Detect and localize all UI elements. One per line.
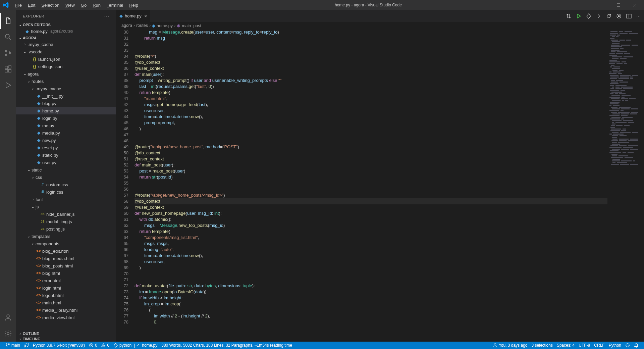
explorer-activity-icon[interactable]	[0, 13, 16, 29]
folder--vscode[interactable]: ⌄.vscode	[16, 48, 116, 55]
tab-home-py[interactable]: ◆ home.py ×	[116, 10, 151, 22]
breadcrumb-item[interactable]: ⊕main_post	[177, 23, 201, 28]
encoding-status[interactable]: UTF-8	[577, 343, 592, 348]
file-user-py[interactable]: ◆user.py	[16, 159, 116, 166]
file-blog-py[interactable]: ◆blog.py	[16, 100, 116, 107]
editor-tabs: ◆ home.py × ⋯	[116, 10, 644, 22]
workspace-section[interactable]: ⌄AGORA	[16, 35, 116, 41]
window-maximize-button[interactable]	[612, 0, 625, 10]
menu-selection[interactable]: Selection	[39, 1, 62, 9]
open-editors-section[interactable]: ⌄OPEN EDITORS	[16, 22, 116, 28]
file-media_library-html[interactable]: <>media_library.html	[16, 306, 116, 314]
python-env-status[interactable]: Python 3.8.7 64-bit ('venv38')	[31, 342, 87, 349]
file-hide_banner-js[interactable]: JShide_banner.js	[16, 210, 116, 218]
folder-css[interactable]: ⌄css	[16, 173, 116, 181]
breadcrumb-item[interactable]: agora	[121, 23, 132, 28]
run-file-icon[interactable]	[576, 13, 581, 19]
file-blog-html[interactable]: <>blog.html	[16, 269, 116, 277]
source-control-activity-icon[interactable]	[0, 45, 16, 61]
folder-components[interactable]: ›components	[16, 240, 116, 247]
file-login-py[interactable]: ◆login.py	[16, 114, 116, 122]
window-close-button[interactable]	[628, 0, 641, 10]
folder--mypy_cache[interactable]: ›.mypy_cache	[16, 41, 116, 48]
file-error-html[interactable]: <>error.html	[16, 277, 116, 284]
breadcrumb-item[interactable]: ◆home.py	[152, 23, 173, 28]
menu-help[interactable]: Help	[126, 1, 141, 9]
minimap[interactable]	[607, 29, 639, 342]
settings-activity-icon[interactable]	[0, 326, 16, 342]
more-actions-icon[interactable]: ⋯	[636, 13, 641, 18]
menu-run[interactable]: Run	[90, 1, 103, 9]
menu-terminal[interactable]: Terminal	[104, 1, 126, 9]
compare-changes-icon[interactable]	[566, 13, 571, 19]
file-blog_posts-html[interactable]: <>blog_posts.html	[16, 262, 116, 269]
tab-label: home.py	[125, 13, 142, 18]
file-media-py[interactable]: ◆media.py	[16, 129, 116, 137]
file-main-html[interactable]: <>main.html	[16, 299, 116, 306]
menu-view[interactable]: View	[63, 1, 77, 9]
notification-icon[interactable]	[632, 343, 641, 348]
split-editor-icon[interactable]	[626, 13, 632, 19]
svg-point-6	[5, 50, 7, 52]
file-modal_img-js[interactable]: JSmodal_img.js	[16, 218, 116, 225]
kite-status[interactable]: python | ✓ home.py	[111, 342, 159, 349]
toggle-icon[interactable]	[596, 13, 601, 19]
folder-templates[interactable]: ⌄templates	[16, 233, 116, 240]
preview-icon[interactable]	[616, 13, 622, 19]
file-media_view-html[interactable]: <>media_view.html	[16, 314, 116, 321]
outline-section[interactable]: ›OUTLINE	[16, 331, 116, 336]
selection-status[interactable]: 3 selections	[530, 343, 555, 348]
folder--mypy_cache[interactable]: ›.mypy_cache	[16, 85, 116, 92]
file-login-css[interactable]: #login.css	[16, 188, 116, 196]
refresh-icon[interactable]	[606, 13, 611, 19]
folder-static[interactable]: ⌄static	[16, 166, 116, 173]
code-editor[interactable]: 3031323334353637383940414243444546474849…	[116, 29, 644, 342]
file-home-py[interactable]: ◆home.py	[16, 107, 116, 114]
menu-file[interactable]: File	[12, 1, 24, 9]
account-activity-icon[interactable]	[0, 309, 16, 326]
folder-routes[interactable]: ⌄routes	[16, 78, 116, 85]
extensions-activity-icon[interactable]	[0, 61, 16, 77]
sync-status[interactable]	[22, 342, 31, 349]
problems-status[interactable]: 0 0	[87, 342, 111, 349]
file-new-py[interactable]: ◆new.py	[16, 137, 116, 144]
timeline-section[interactable]: ›TIMELINE	[16, 336, 116, 342]
breadcrumb-item[interactable]: routes	[136, 23, 148, 28]
svg-point-23	[6, 346, 7, 347]
window-minimize-button[interactable]	[596, 0, 609, 10]
language-status[interactable]: Python	[607, 343, 623, 348]
tab-close-icon[interactable]: ×	[144, 13, 147, 19]
metrics-status[interactable]: 380 Words, 5082 Chars, 188 Lines, 32 Par…	[159, 342, 294, 349]
folder-agora[interactable]: ⌄agora	[16, 70, 116, 78]
search-activity-icon[interactable]	[0, 29, 16, 45]
file-__init__-py[interactable]: ◆__init__.py	[16, 92, 116, 100]
file-me-py[interactable]: ◆me.py	[16, 122, 116, 129]
folder-js[interactable]: ⌄js	[16, 203, 116, 210]
file-static-py[interactable]: ◆static.py	[16, 151, 116, 159]
file-logout-html[interactable]: <>logout.html	[16, 292, 116, 299]
open-editor-item[interactable]: ◆home.pyagora\routes	[16, 28, 116, 35]
breadcrumb[interactable]: agora›routes›◆home.py›⊕main_post	[116, 22, 644, 29]
menu-bar: FileEditSelectionViewGoRunTerminalHelp	[12, 1, 141, 9]
indent-status[interactable]: Spaces: 4	[555, 343, 577, 348]
git-blame-status[interactable]: You, 3 days ago	[491, 343, 530, 348]
file-reset-py[interactable]: ◆reset.py	[16, 144, 116, 151]
sidebar-more-icon[interactable]: ⋯	[104, 13, 110, 19]
eol-status[interactable]: CRLF	[592, 343, 606, 348]
folder-font[interactable]: ›font	[16, 196, 116, 203]
feedback-icon[interactable]	[623, 343, 632, 348]
file-custom-css[interactable]: #custom.css	[16, 181, 116, 188]
menu-edit[interactable]: Edit	[25, 1, 38, 9]
file-settings-json[interactable]: {}settings.json	[16, 63, 116, 70]
run-debug-activity-icon[interactable]	[0, 77, 16, 93]
file-launch-json[interactable]: {}launch.json	[16, 55, 116, 63]
kite-icon[interactable]	[586, 13, 591, 19]
file-login-html[interactable]: <>login.html	[16, 284, 116, 292]
overview-ruler[interactable]	[639, 29, 644, 342]
menu-go[interactable]: Go	[78, 1, 89, 9]
file-blog_edit-html[interactable]: <>blog_edit.html	[16, 247, 116, 255]
git-branch-status[interactable]: main	[3, 342, 22, 349]
code-content[interactable]: msg = Message.create(user=user, content=…	[135, 29, 607, 342]
file-blog_media-html[interactable]: <>blog_media.html	[16, 255, 116, 262]
file-posting-js[interactable]: JSposting.js	[16, 225, 116, 233]
